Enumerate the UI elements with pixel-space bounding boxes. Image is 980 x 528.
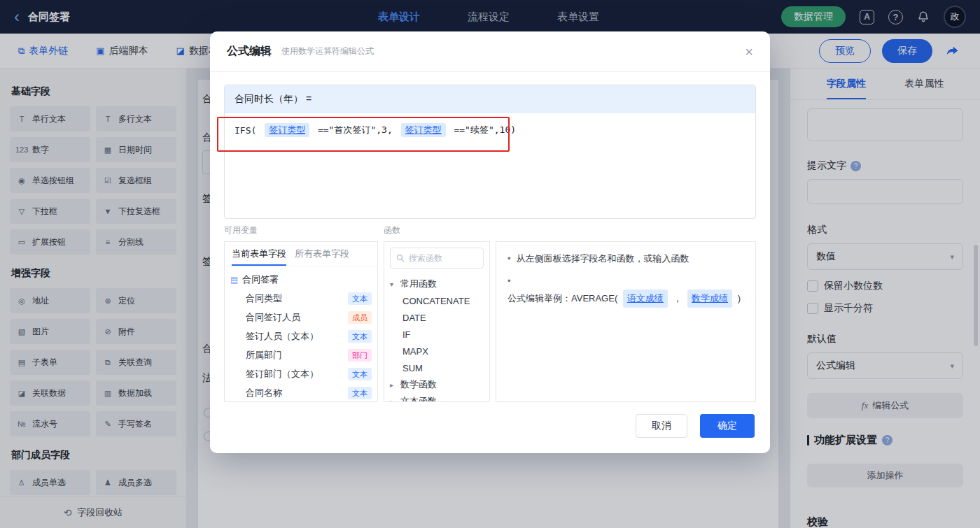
document-icon: ▤ — [230, 275, 238, 285]
function-label: MAPX — [402, 346, 428, 357]
function-item[interactable]: ▸ 文本函数 — [390, 393, 484, 402]
variable-field[interactable]: 合同类型 文本 — [230, 289, 372, 308]
formula-editor-modal: 公式编辑 使用数学运算符编辑公式 × 合同时长（年） = IFS( 签订类型 =… — [210, 31, 770, 453]
help-example: 公式编辑举例：AVERAGE( 语文成绩 ， 数学成绩 ) — [507, 290, 741, 308]
function-label: 文本函数 — [400, 395, 437, 402]
example-token: ， — [671, 290, 685, 307]
functions-tree: ▾ 常用函数 CONCATENATE DATE — [384, 274, 489, 402]
function-label: CONCATENATE — [402, 296, 470, 306]
function-item[interactable]: CONCATENATE — [390, 292, 484, 309]
variable-label: 签订人员（文本） — [246, 330, 348, 343]
caret-icon: ▸ — [390, 398, 397, 403]
search-icon — [396, 254, 405, 262]
modal-footer: 取消 确定 — [636, 414, 755, 438]
functions-panel: 搜索函数 ▾ 常用函数 CONCATENATE — [384, 241, 490, 402]
variables-tree: ▤ 合同签署 合同类型 文本 合同签订人员 成员 — [225, 266, 377, 402]
formula-token: =="续签",10) — [449, 124, 516, 136]
variable-field[interactable]: 合同名称 文本 — [230, 383, 372, 402]
formula-help-panel: • 从左侧面板选择字段名和函数，或输入函数 • 公式编辑举例：AVERAGE( … — [496, 241, 756, 402]
variable-field[interactable]: 合同签订人员 成员 — [230, 308, 372, 327]
formula-target: 合同时长（年） = — [225, 85, 755, 113]
variable-label: 合同签订人员 — [246, 311, 348, 324]
search-placeholder: 搜索函数 — [409, 252, 442, 264]
variable-field[interactable]: 所属部门 部门 — [230, 345, 372, 364]
variable-type-tag: 文本 — [348, 330, 372, 343]
variable-label: 所属部门 — [246, 349, 348, 362]
help-example-line: • 公式编辑举例：AVERAGE( 语文成绩 ， 数学成绩 ) — [507, 273, 744, 308]
function-item[interactable]: ▾ 常用函数 — [390, 276, 484, 292]
example-token: 公式编辑举例：AVERAGE( — [507, 290, 620, 307]
example-token: 数学成绩 — [687, 290, 732, 308]
close-icon[interactable]: × — [745, 45, 753, 59]
variable-field[interactable]: 签订人员（文本） 文本 — [230, 327, 372, 345]
formula-editor: 合同时长（年） = IFS( 签订类型 =="首次签订",3, 签订类型 =="… — [224, 85, 756, 219]
variable-type-tag: 文本 — [348, 292, 372, 305]
functions-section-label: 函数 — [384, 224, 400, 236]
confirm-button[interactable]: 确定 — [700, 414, 755, 438]
variable-field-list: 合同类型 文本 合同签订人员 成员 签订人员（文本） 文本 — [230, 289, 372, 402]
variable-label: 签订部门（文本） — [246, 368, 348, 380]
help-line: • 从左侧面板选择字段名和函数，或输入函数 — [507, 250, 744, 267]
example-token: ) — [735, 290, 741, 307]
function-item[interactable]: ▸ 数学函数 — [390, 376, 484, 393]
variable-label: 合同名称 — [246, 387, 348, 399]
function-search-input[interactable]: 搜索函数 — [390, 248, 484, 269]
formula-token: 签订类型 — [401, 123, 446, 137]
panel-labels: 可用变量 函数 — [224, 224, 756, 236]
modal-title: 公式编辑 — [227, 44, 272, 59]
form-root-label: 合同签署 — [242, 273, 279, 286]
function-item[interactable]: DATE — [390, 309, 484, 326]
variable-field[interactable]: 签订部门（文本） 文本 — [230, 364, 372, 383]
variable-type-tag: 文本 — [348, 387, 372, 399]
variable-type-tag: 文本 — [348, 368, 372, 380]
help-text: 从左侧面板选择字段名和函数，或输入函数 — [517, 250, 690, 267]
modal-subtitle: 使用数学运算符编辑公式 — [281, 45, 374, 57]
form-root-node[interactable]: ▤ 合同签署 — [230, 271, 372, 289]
formula-token: IFS( — [234, 125, 262, 136]
function-label: IF — [402, 329, 411, 340]
formula-token: 签订类型 — [265, 123, 309, 137]
variable-type-tag: 部门 — [348, 349, 372, 362]
bullet-icon: • — [507, 250, 511, 267]
function-item[interactable]: MAPX — [390, 343, 484, 359]
bullet-icon: • — [507, 273, 511, 290]
cancel-button[interactable]: 取消 — [636, 414, 687, 438]
variables-panel: 当前表单字段所有表单字段 ▤ 合同签署 合同类型 文本 合同签订人员 — [224, 241, 378, 402]
function-item[interactable]: SUM — [390, 359, 484, 376]
modal-header: 公式编辑 使用数学运算符编辑公式 × — [210, 31, 770, 72]
formula-token: =="首次签订",3, — [312, 124, 398, 136]
modal-panels: 当前表单字段所有表单字段 ▤ 合同签署 合同类型 文本 合同签订人员 — [224, 241, 756, 402]
variable-type-tag: 成员 — [348, 311, 372, 324]
formula-input-area[interactable]: IFS( 签订类型 =="首次签订",3, 签订类型 =="续签",10) — [225, 113, 755, 147]
formula-expression: IFS( 签订类型 =="首次签订",3, 签订类型 =="续签",10) — [234, 123, 746, 137]
function-label: SUM — [402, 363, 423, 373]
variables-tab[interactable]: 当前表单字段 — [232, 242, 286, 266]
variables-tab[interactable]: 所有表单字段 — [295, 242, 349, 266]
example-token: 语文成绩 — [623, 290, 668, 308]
function-label: DATE — [402, 313, 426, 323]
variable-label: 合同类型 — [246, 292, 348, 305]
variables-section-label: 可用变量 — [224, 224, 384, 236]
function-item[interactable]: IF — [390, 326, 484, 343]
caret-icon: ▾ — [390, 280, 397, 288]
function-label: 数学函数 — [400, 378, 437, 391]
variables-tabs: 当前表单字段所有表单字段 — [225, 242, 377, 266]
caret-icon: ▸ — [390, 381, 397, 389]
function-label: 常用函数 — [400, 278, 437, 290]
